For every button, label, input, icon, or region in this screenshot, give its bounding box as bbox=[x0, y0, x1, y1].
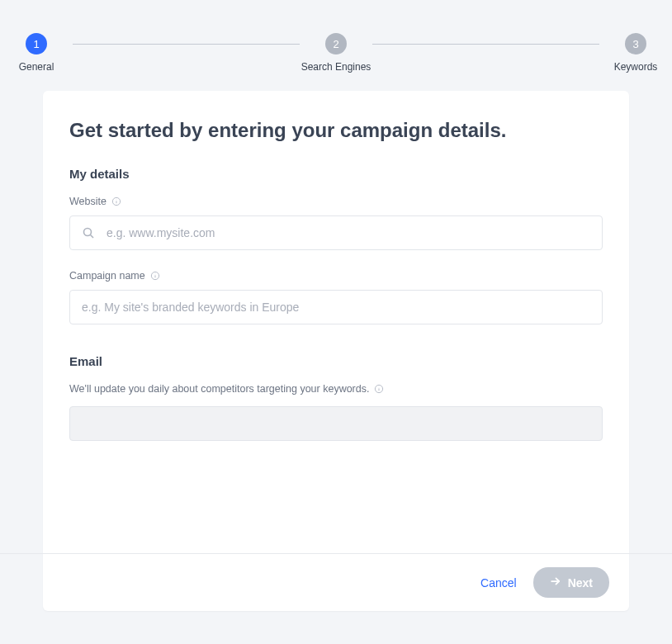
step-circle-1: 1 bbox=[26, 33, 47, 54]
field-campaign-name: Campaign name bbox=[69, 270, 603, 324]
svg-point-7 bbox=[154, 273, 155, 274]
step-search-engines[interactable]: 2 Search Engines bbox=[300, 33, 372, 73]
svg-point-10 bbox=[379, 386, 380, 387]
website-input-wrap bbox=[69, 215, 603, 250]
section-email: Email We'll update you daily about compe… bbox=[69, 354, 603, 441]
section-my-details: My details Website bbox=[69, 167, 603, 324]
email-heading: Email bbox=[69, 354, 603, 368]
email-input-wrap bbox=[69, 406, 603, 441]
step-line bbox=[73, 44, 300, 45]
campaign-name-input-wrap bbox=[69, 290, 603, 324]
svg-point-3 bbox=[84, 229, 92, 236]
field-website: Website bbox=[69, 196, 603, 250]
step-keywords[interactable]: 3 Keywords bbox=[599, 33, 672, 73]
step-label-1: General bbox=[19, 61, 54, 73]
stepper: 1 General 2 Search Engines 3 Keywords bbox=[0, 0, 672, 91]
search-icon bbox=[82, 226, 95, 239]
svg-point-2 bbox=[116, 199, 117, 200]
step-line bbox=[372, 44, 599, 45]
arrow-right-icon bbox=[550, 575, 561, 590]
form-card: Get started by entering your campaign de… bbox=[43, 91, 629, 611]
email-description: We'll update you daily about competitors… bbox=[69, 383, 369, 395]
form-footer: Cancel Next bbox=[43, 553, 629, 611]
step-label-3: Keywords bbox=[614, 61, 658, 73]
info-icon[interactable] bbox=[150, 271, 160, 281]
step-circle-3: 3 bbox=[625, 33, 646, 54]
my-details-heading: My details bbox=[69, 167, 603, 181]
info-icon[interactable] bbox=[111, 197, 121, 206]
cancel-button[interactable]: Cancel bbox=[480, 576, 517, 590]
info-icon[interactable] bbox=[374, 384, 384, 394]
step-circle-2: 2 bbox=[325, 33, 347, 54]
website-input[interactable] bbox=[95, 216, 602, 249]
campaign-name-label: Campaign name bbox=[69, 270, 145, 282]
step-label-2: Search Engines bbox=[301, 61, 371, 73]
campaign-name-input[interactable] bbox=[70, 291, 602, 324]
form-body: Get started by entering your campaign de… bbox=[43, 91, 629, 553]
page-title: Get started by entering your campaign de… bbox=[69, 119, 603, 142]
next-button-label: Next bbox=[568, 576, 593, 590]
website-label: Website bbox=[69, 196, 106, 207]
next-button[interactable]: Next bbox=[533, 567, 609, 598]
svg-line-4 bbox=[91, 235, 94, 239]
step-general[interactable]: 1 General bbox=[0, 33, 73, 73]
email-input bbox=[70, 407, 602, 440]
